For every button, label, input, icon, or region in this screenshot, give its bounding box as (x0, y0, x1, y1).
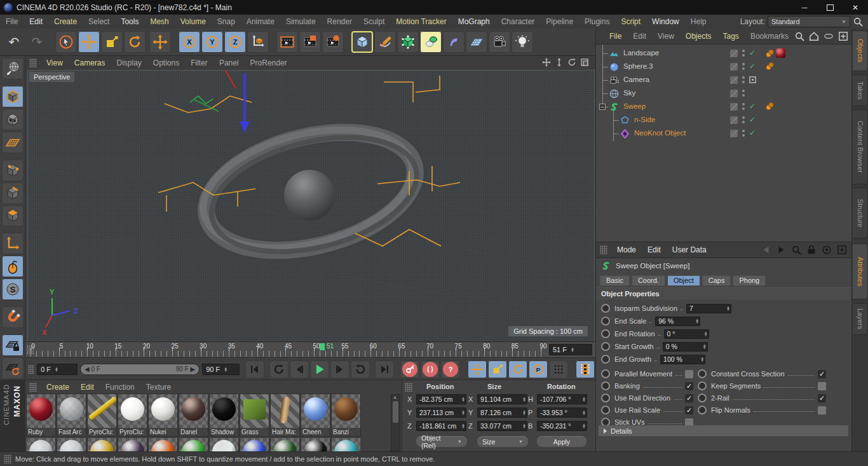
home-icon[interactable] (809, 31, 819, 41)
material-tag-icon[interactable] (776, 48, 785, 58)
key-parameter-button[interactable]: P (529, 360, 548, 378)
menu-sculpt[interactable]: Sculpt (358, 17, 390, 26)
material-thumbnail[interactable]: Grass (240, 394, 269, 436)
camera-label[interactable]: Perspective (29, 72, 74, 82)
viewport-menu-panel[interactable]: Panel (214, 58, 245, 67)
material-thumbnail[interactable]: Danel (179, 394, 208, 436)
object-name[interactable]: Sphere.3 (623, 62, 653, 70)
layer-toggle[interactable] (730, 130, 738, 137)
coord-mode-dropdown[interactable]: Object (Rel)▼ (416, 436, 467, 447)
key-scale-button[interactable] (488, 360, 507, 378)
maximize-button[interactable] (817, 0, 843, 15)
pan-view-icon[interactable] (542, 58, 551, 67)
search-icon[interactable] (853, 17, 863, 27)
material-thumbnail[interactable] (210, 438, 238, 452)
checkbox[interactable]: ✓ (818, 394, 826, 402)
camera-toggle-icon[interactable] (749, 76, 757, 84)
material-thumbnail[interactable] (240, 438, 269, 452)
object-manager-menu-tags[interactable]: Tags (717, 32, 745, 41)
timeline-ruler[interactable]: 051015202530354045505560657075808590 51 … (25, 341, 595, 358)
phong-tag-icon[interactable] (765, 62, 774, 71)
coord-value-field[interactable]: 237.113 cm▲▼ (416, 408, 466, 418)
close-button[interactable]: ✕ (843, 0, 868, 15)
keyframe-radio[interactable] (698, 406, 707, 415)
keyframe-radio[interactable] (698, 369, 707, 378)
material-thumbnail[interactable]: Nukei (149, 394, 177, 436)
visibility-dots[interactable] (742, 63, 745, 71)
coord-value-field[interactable]: -181.861 cm▲▼ (416, 421, 466, 431)
object-manager-menu-edit[interactable]: Edit (627, 32, 652, 41)
visibility-dots[interactable] (742, 130, 745, 137)
tab-phong[interactable]: Phong (733, 275, 766, 286)
menu-help[interactable]: Help (685, 17, 712, 26)
lock-y-axis-button[interactable]: Y (201, 31, 223, 53)
key-point-level-button[interactable] (549, 360, 568, 378)
menu-select[interactable]: Select (83, 17, 115, 26)
dock-tab-attributes[interactable]: Attributes (853, 243, 868, 299)
minimize-button[interactable]: ─ (792, 0, 817, 15)
tab-basic[interactable]: Basic (600, 275, 630, 286)
go-to-start-button[interactable] (245, 360, 264, 378)
menu-volume[interactable]: Volume (175, 17, 212, 26)
visibility-dots[interactable] (742, 103, 745, 111)
coord-mode-dropdown[interactable]: Size▼ (477, 436, 528, 447)
object-name[interactable]: n-Side (634, 116, 655, 123)
material-thumbnail[interactable]: Banzi (332, 394, 360, 436)
property-value-field[interactable]: 0 %▲▼ (663, 342, 708, 352)
coord-value-field[interactable]: -82.375 cm▲▼ (416, 394, 466, 404)
attribute-manager-menu-user-data[interactable]: User Data (667, 245, 712, 254)
menu-character[interactable]: Character (496, 17, 541, 26)
previous-frame-button[interactable] (290, 360, 309, 378)
checkbox[interactable] (818, 382, 826, 390)
live-selection-button[interactable] (55, 31, 77, 53)
dock-tab-objects[interactable]: Objects (853, 31, 868, 71)
layer-toggle[interactable] (730, 50, 738, 57)
material-thumbnail[interactable] (27, 438, 55, 452)
checkbox[interactable] (685, 370, 693, 378)
visibility-dots[interactable] (742, 50, 745, 57)
enabled-check-icon[interactable]: ✓ (749, 102, 756, 111)
object-name[interactable]: NeoKnot Object (634, 129, 686, 137)
edit-render-settings-button[interactable] (322, 31, 344, 53)
layer-toggle[interactable] (730, 116, 738, 124)
record-keyframe-button[interactable] (400, 360, 419, 378)
panel-grip[interactable] (600, 245, 607, 254)
material-thumbnail[interactable] (301, 438, 330, 452)
checkbox[interactable]: ✓ (685, 406, 693, 415)
material-thumbnail[interactable]: Ruby (27, 394, 55, 436)
viewport-menu-prorender[interactable]: ProRender (245, 58, 293, 67)
material-thumbnail[interactable] (88, 438, 116, 452)
search-icon[interactable] (791, 245, 801, 255)
layer-toggle[interactable] (730, 90, 738, 97)
range-end-field[interactable]: 90 F▲▼ (202, 364, 240, 375)
material-menu-create[interactable]: Create (41, 383, 75, 392)
dock-tab-layers[interactable]: Layers (853, 303, 868, 335)
polygons-mode-button[interactable] (2, 205, 24, 227)
material-thumbnail[interactable]: PyroClu: (88, 394, 116, 436)
key-position-button[interactable] (468, 360, 487, 378)
property-value-field[interactable]: 100 %▲▼ (660, 355, 705, 364)
menu-snap[interactable]: Snap (212, 17, 241, 26)
object-name[interactable]: Sky (623, 89, 635, 97)
object-name[interactable]: Landscape (623, 49, 659, 57)
texture-mode-button[interactable] (2, 109, 24, 130)
object-row-sweep[interactable]: –Sweep✓ (596, 100, 852, 113)
property-value-field[interactable]: 96 %▲▼ (655, 317, 700, 326)
attribute-manager-menu-edit[interactable]: Edit (642, 245, 667, 254)
play-backwards-button[interactable] (269, 360, 288, 378)
material-thumbnail[interactable]: Shadow (210, 394, 238, 436)
viewport-menu-display[interactable]: Display (111, 58, 147, 67)
coord-value-field[interactable]: -350.231 °▲▼ (537, 421, 587, 431)
dock-tab-structure[interactable]: Structure (853, 188, 868, 238)
menu-mesh[interactable]: Mesh (144, 17, 174, 26)
apply-button[interactable]: Apply (537, 436, 587, 447)
coord-value-field[interactable]: -107.706 °▲▼ (537, 394, 587, 404)
menu-animate[interactable]: Animate (241, 17, 280, 26)
details-expander[interactable]: Details (599, 425, 848, 436)
spline-pen-button[interactable] (374, 31, 396, 53)
range-start-field[interactable]: 0 F▲▼ (37, 364, 78, 375)
visibility-dots[interactable] (742, 116, 745, 124)
dock-tab-takes[interactable]: Takes (853, 74, 868, 106)
workplane-lock-button[interactable] (2, 334, 24, 356)
model-mode-button[interactable] (2, 86, 24, 107)
